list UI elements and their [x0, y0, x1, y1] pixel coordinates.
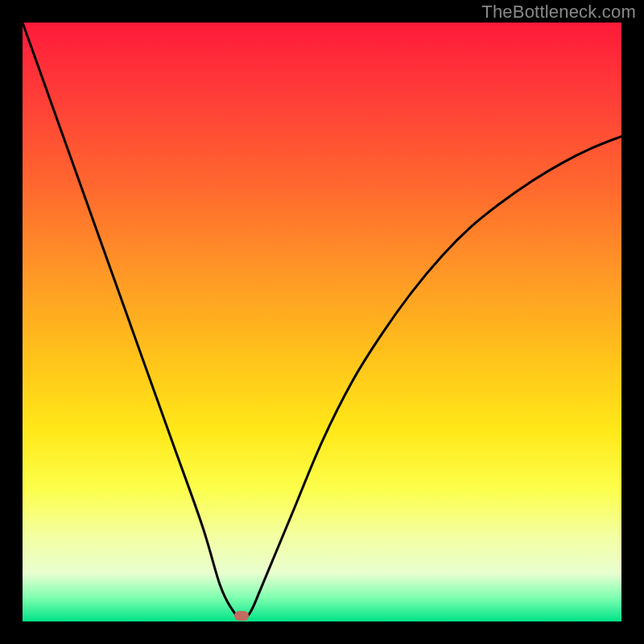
curve-svg	[23, 23, 621, 621]
bottleneck-curve	[23, 23, 621, 618]
watermark-text: TheBottleneck.com	[481, 2, 636, 23]
optimal-marker	[234, 611, 249, 621]
plot-area	[23, 23, 621, 621]
chart-container: TheBottleneck.com	[0, 0, 644, 644]
